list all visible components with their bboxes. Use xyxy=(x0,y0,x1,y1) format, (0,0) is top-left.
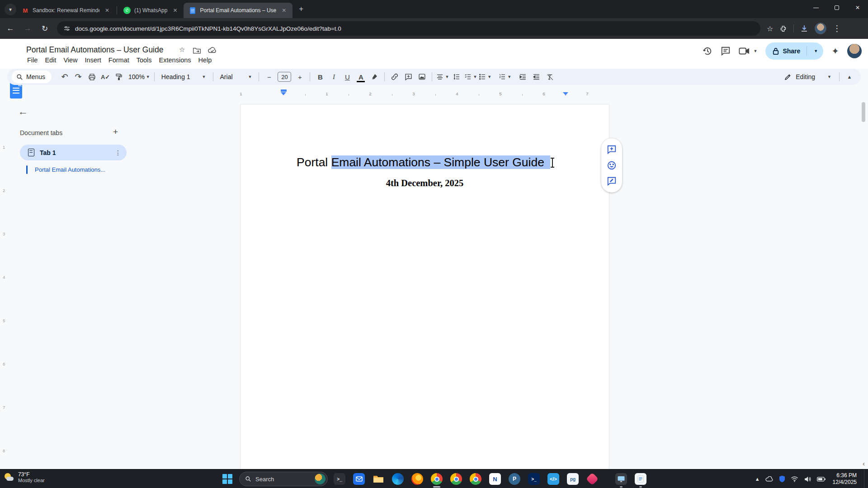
taskbar-app-file-explorer[interactable] xyxy=(371,471,386,487)
tab-close-icon[interactable]: ✕ xyxy=(103,6,111,14)
security-shield-icon[interactable] xyxy=(779,475,785,483)
star-document-icon[interactable]: ☆ xyxy=(179,46,185,54)
text-color-button[interactable]: A xyxy=(355,71,367,83)
bulleted-list-select[interactable]: ▼ xyxy=(479,71,491,83)
browser-profile-avatar[interactable] xyxy=(815,23,826,34)
taskbar-app-terminal[interactable]: >_ xyxy=(332,471,347,487)
document-date-line[interactable]: 4th December, 2025 xyxy=(241,178,609,188)
bookmark-star-icon[interactable]: ☆ xyxy=(767,24,773,33)
start-button[interactable] xyxy=(220,471,235,487)
taskbar-app-pgadmin[interactable]: pg xyxy=(565,471,580,487)
collapse-panel-chevron-icon[interactable]: ‹ xyxy=(860,459,867,468)
undo-icon[interactable]: ↶ xyxy=(59,71,71,83)
chevron-down-icon[interactable]: ▼ xyxy=(753,49,757,53)
menu-view[interactable]: View xyxy=(60,55,81,65)
tab-close-icon[interactable]: ✕ xyxy=(171,6,179,14)
font-select[interactable]: Arial▼ xyxy=(217,71,255,83)
taskbar-app-chrome-profile-2[interactable] xyxy=(448,471,464,487)
document-page[interactable]: Portal Email Automations – Simple User G… xyxy=(240,104,609,469)
document-title[interactable]: Portal Email Automations – User Guide xyxy=(26,45,163,55)
menu-extensions[interactable]: Extensions xyxy=(156,55,195,65)
close-window-button[interactable]: ✕ xyxy=(847,0,868,15)
taskbar-app-office-doc[interactable]: N xyxy=(487,471,503,487)
menu-tools[interactable]: Tools xyxy=(133,55,156,65)
emoji-reaction-icon[interactable] xyxy=(607,160,617,170)
menu-insert[interactable]: Insert xyxy=(81,55,105,65)
menu-edit[interactable]: Edit xyxy=(41,55,60,65)
back-button[interactable]: ← xyxy=(4,22,17,35)
browser-tab-docs-active[interactable]: Portal Email Automations – Use ✕ xyxy=(184,3,292,18)
outline-heading-item[interactable]: Portal Email Automations... xyxy=(26,165,105,174)
search-highlight-image[interactable] xyxy=(315,474,326,484)
menu-help[interactable]: Help xyxy=(195,55,216,65)
highlight-color-icon[interactable] xyxy=(368,71,380,83)
taskbar-app-powershell[interactable]: >_ xyxy=(526,471,542,487)
taskbar-app-mail[interactable] xyxy=(351,471,367,487)
taskbar-app-edge[interactable] xyxy=(390,471,406,487)
paint-format-icon[interactable] xyxy=(113,71,125,83)
add-comment-bubble-icon[interactable] xyxy=(607,145,617,155)
comments-icon[interactable] xyxy=(721,46,731,56)
maximize-button[interactable] xyxy=(826,0,847,15)
decrease-indent-icon[interactable] xyxy=(517,71,528,83)
battery-icon[interactable] xyxy=(817,477,826,482)
account-avatar[interactable] xyxy=(847,44,862,58)
menu-file[interactable]: File xyxy=(24,55,41,65)
bold-button[interactable]: B xyxy=(314,71,326,83)
taskbar-app-data-tool[interactable] xyxy=(585,471,600,487)
meet-video-call-icon[interactable] xyxy=(739,47,750,56)
hide-menus-chevron-icon[interactable]: ▲ xyxy=(844,71,855,83)
taskbar-app-chrome-profile-3[interactable] xyxy=(468,471,483,487)
italic-button[interactable]: I xyxy=(328,71,340,83)
version-history-icon[interactable] xyxy=(703,46,712,56)
increase-indent-icon[interactable] xyxy=(530,71,542,83)
wifi-icon[interactable] xyxy=(791,476,798,482)
gemini-icon[interactable]: ✦ xyxy=(831,46,839,56)
horizontal-ruler[interactable]: 1 1 2 3 4 5 6 7 xyxy=(0,88,868,99)
share-button[interactable]: Share ▼ xyxy=(765,42,823,60)
spell-check-icon[interactable]: A✓ xyxy=(99,71,111,83)
forward-button[interactable]: → xyxy=(21,22,34,35)
zoom-select[interactable]: 100%▼ xyxy=(128,71,150,83)
new-tab-button[interactable]: + xyxy=(295,4,307,14)
menu-format[interactable]: Format xyxy=(105,55,133,65)
share-dropdown[interactable]: ▼ xyxy=(807,46,823,56)
show-desktop-button[interactable] xyxy=(864,469,865,488)
taskbar-app-virtual-machine[interactable] xyxy=(613,471,629,487)
suggest-edits-icon[interactable] xyxy=(607,176,617,186)
tab-options-kebab-icon[interactable]: ⋮ xyxy=(115,149,121,156)
taskbar-clock[interactable]: 6:36 PM 12/4/2025 xyxy=(833,472,857,486)
onedrive-cloud-icon[interactable] xyxy=(765,476,774,482)
browser-menu-kebab-icon[interactable]: ⋮ xyxy=(833,23,841,33)
editing-mode-select[interactable]: Editing ▼ xyxy=(780,73,836,80)
align-select[interactable]: ▼ xyxy=(436,71,449,83)
underline-button[interactable]: U xyxy=(341,71,353,83)
menus-search-button[interactable]: Menus xyxy=(12,70,52,83)
font-size-input[interactable]: 20 xyxy=(278,72,291,82)
taskbar-app-postgresql[interactable]: P xyxy=(507,471,522,487)
redo-icon[interactable]: ↷ xyxy=(72,71,84,83)
checklist-select[interactable]: ▼ xyxy=(464,71,477,83)
clear-formatting-icon[interactable] xyxy=(544,71,556,83)
left-indent-marker[interactable] xyxy=(281,92,286,95)
taskbar-app-vscode[interactable]: </> xyxy=(546,471,561,487)
first-line-indent-marker[interactable] xyxy=(281,89,287,92)
increase-font-size-button[interactable]: + xyxy=(294,71,306,83)
extensions-icon[interactable] xyxy=(779,25,787,33)
taskbar-search-box[interactable]: Search xyxy=(239,472,328,486)
add-tab-button[interactable]: + xyxy=(110,127,121,137)
line-spacing-icon[interactable] xyxy=(451,71,462,83)
browser-tab-gmail[interactable]: M Sandbox: Renewal Reminder - E ✕ xyxy=(16,3,116,18)
tab-close-icon[interactable]: ✕ xyxy=(280,6,288,14)
tab-search-chevron-icon[interactable]: ▾ xyxy=(5,4,16,15)
insert-link-icon[interactable] xyxy=(389,71,401,83)
numbered-list-select[interactable]: ▼ xyxy=(499,71,511,83)
decrease-font-size-button[interactable]: − xyxy=(263,71,275,83)
hidden-icons-chevron-icon[interactable]: ▲ xyxy=(755,476,760,482)
reload-button[interactable]: ↻ xyxy=(38,22,52,35)
add-comment-icon[interactable] xyxy=(402,71,414,83)
insert-image-icon[interactable] xyxy=(416,71,428,83)
print-icon[interactable] xyxy=(86,71,98,83)
document-scrollbar-thumb[interactable] xyxy=(862,102,865,122)
move-to-folder-icon[interactable] xyxy=(193,47,201,54)
